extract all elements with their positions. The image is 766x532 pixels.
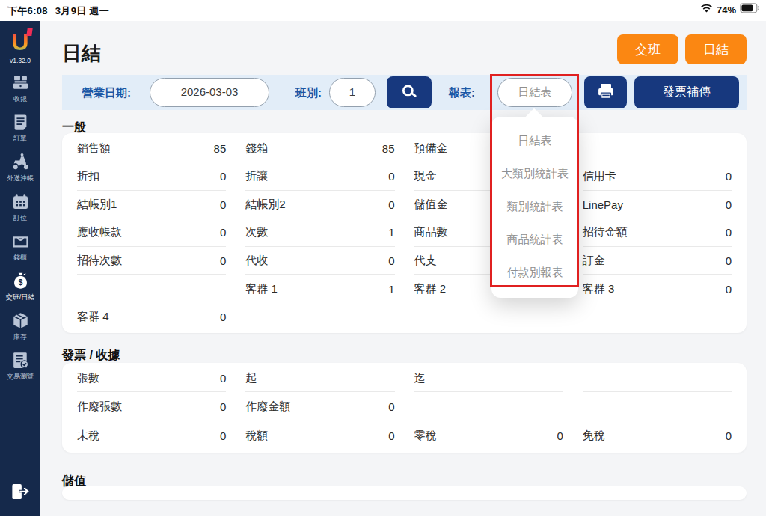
table-cell: 稅額0 (245, 422, 394, 450)
transactions-icon (10, 350, 31, 370)
shift-input[interactable]: 1 (329, 78, 376, 107)
table-cell: 客群 40 (77, 303, 226, 331)
cell-label: 銷售額 (77, 141, 111, 156)
logout-icon[interactable] (9, 480, 31, 506)
battery-percent: 74% (717, 4, 736, 16)
sidebar-item-cash-register[interactable]: 收銀 (0, 73, 40, 104)
table-cell: 起 (245, 364, 394, 392)
table-cell: 折扣0 (77, 163, 226, 191)
cell-value: 0 (220, 311, 226, 323)
filter-bar: 營業日期: 2026-03-03 班別: 1 報表: 日結表 發票補傳 (62, 75, 747, 110)
sidebar-item-transactions[interactable]: 交易瀏覽 (0, 350, 40, 382)
print-button[interactable] (584, 76, 627, 108)
status-date: 3月9日 週一 (55, 5, 109, 16)
cell-label: 代支 (414, 254, 437, 268)
daily-close-button[interactable]: 日結 (685, 34, 747, 64)
cell-label: 未稅 (77, 429, 99, 443)
cell-label: 折扣 (77, 169, 99, 183)
status-datetime: 下午6:083月9日 週一 (7, 4, 117, 18)
cell-value: 0 (726, 226, 732, 239)
table-cell: 結帳別20 (245, 191, 394, 218)
cell-label: 儲值金 (414, 198, 448, 212)
status-time: 下午6:08 (7, 5, 48, 16)
app-window: 下午6:083月9日 週一 74% U v1.32.0 收銀訂單外送沖帳訂位錢櫃… (0, 0, 766, 516)
cell-value: 0 (726, 170, 732, 183)
report-dropdown-option[interactable]: 大類別統計表 (491, 157, 578, 190)
report-dropdown-option[interactable]: 商品統計表 (491, 223, 578, 256)
status-bar: 下午6:083月9日 週一 74% (0, 0, 766, 21)
sidebar-item-cash-drawer[interactable]: 錢櫃 (0, 231, 40, 263)
cell-label: 零稅 (414, 429, 437, 443)
cell-label: 信用卡 (583, 169, 616, 183)
sidebar-item-label: 收銀 (13, 94, 27, 104)
reservation-icon (10, 192, 31, 212)
sidebar-item-order[interactable]: 訂單 (0, 112, 40, 144)
invoice-resend-button[interactable]: 發票補傳 (634, 76, 739, 108)
cell-label: 客群 2 (414, 282, 447, 296)
cell-label: 預備金 (414, 141, 448, 156)
printer-icon (595, 81, 616, 105)
battery-icon (740, 3, 760, 16)
cell-value: 0 (220, 372, 226, 385)
report-dropdown-option[interactable]: 日結表 (491, 124, 578, 157)
sidebar-item-reservation[interactable]: 訂位 (0, 192, 40, 223)
cell-label: 迄 (414, 371, 426, 385)
cell-value: 1 (388, 226, 394, 239)
cell-value: 0 (726, 429, 732, 442)
table-cell: 銷售額85 (77, 135, 226, 162)
cell-value: 0 (726, 198, 732, 211)
sidebar-item-inventory[interactable]: 庫存 (0, 311, 40, 342)
table-cell: 迄 (414, 364, 563, 392)
cell-value: 85 (382, 142, 395, 155)
shift-label: 班別: (295, 75, 322, 110)
table-cell: 未稅0 (77, 422, 226, 450)
cell-label: 招待金額 (583, 225, 628, 239)
cell-value: 0 (388, 198, 394, 211)
sidebar-item-label: 庫存 (13, 332, 27, 342)
business-date-input[interactable]: 2026-03-03 (150, 78, 269, 107)
cell-value: 0 (388, 254, 394, 267)
shift-button[interactable]: 交班 (617, 34, 678, 64)
delivery-icon (10, 152, 31, 172)
cell-value: 0 (220, 400, 226, 413)
cell-label: 應收帳款 (77, 225, 122, 239)
cell-label: 次數 (245, 225, 268, 239)
cell-value: 0 (220, 198, 226, 211)
cell-label: 客群 4 (77, 310, 109, 324)
cell-value: 0 (388, 170, 394, 183)
table-cell: 零稅0 (414, 422, 563, 450)
page-title: 日結 (62, 40, 101, 67)
table-cell: 免稅0 (583, 422, 732, 450)
search-button[interactable] (387, 76, 432, 108)
cell-value: 0 (726, 254, 732, 267)
cell-label: 代收 (245, 254, 268, 268)
inventory-icon (10, 311, 31, 331)
order-icon (10, 112, 31, 132)
sidebar-item-delivery[interactable]: 外送沖帳 (0, 152, 40, 183)
cell-label: 作廢張數 (77, 400, 122, 414)
cell-label: 張數 (77, 371, 99, 385)
cell-label: 商品數 (414, 225, 448, 239)
table-cell: 招待金額0 (583, 219, 732, 247)
wifi-icon (700, 3, 713, 16)
cell-label: 訂金 (583, 254, 605, 268)
table-cell: 招待次數0 (77, 247, 226, 275)
report-select[interactable]: 日結表 (497, 78, 572, 107)
table-cell: 代收0 (245, 247, 394, 275)
table-cell: 應收帳款0 (77, 219, 226, 247)
cell-value: 0 (220, 429, 226, 442)
table-cell: LinePay0 (583, 191, 732, 218)
cell-label: 作廢金額 (245, 400, 290, 414)
report-label: 報表: (449, 75, 475, 110)
table-cell: 訂金0 (583, 247, 732, 275)
table-cell (583, 135, 732, 162)
report-dropdown-option[interactable]: 付款別報表 (491, 256, 578, 289)
sidebar-item-daily-close[interactable]: $交班/日結 (0, 271, 40, 302)
cell-label: 現金 (414, 169, 437, 183)
table-cell: 作廢張數0 (77, 394, 226, 421)
cell-label: 錢箱 (245, 141, 268, 156)
report-dropdown-option[interactable]: 類別統計表 (491, 190, 578, 223)
cell-value: 0 (726, 283, 732, 296)
cell-value: 0 (388, 400, 394, 413)
sidebar-item-label: 訂單 (13, 134, 27, 144)
